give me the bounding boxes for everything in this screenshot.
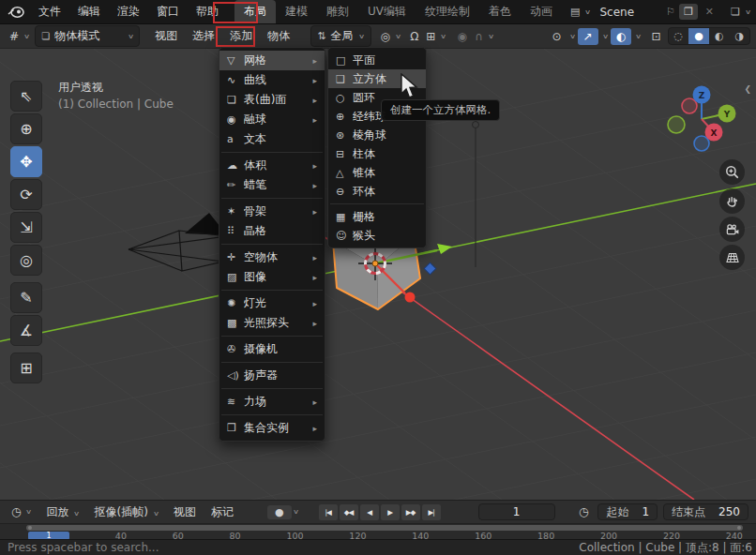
workspace-tab[interactable]: 布局 <box>234 0 276 23</box>
viewport-menu-item[interactable]: 选择 <box>185 25 222 47</box>
shading-mode-icon[interactable]: ◑ <box>729 28 749 44</box>
unlink-scene-icon[interactable]: ✕ <box>702 6 718 18</box>
pin-icon[interactable]: ⚐ <box>666 6 675 18</box>
falloff-curve-icon[interactable]: ∩ <box>471 28 487 45</box>
pan-view-button[interactable] <box>719 188 745 214</box>
add-menu-item[interactable] <box>219 195 325 202</box>
timeline-ruler[interactable]: 20406080100120140160180200220240 1 <box>0 523 756 539</box>
timeline-view-menu[interactable]: 视图 <box>166 502 204 523</box>
add-menu-item[interactable]: ✇ 摄像机 <box>219 339 325 359</box>
topbar-menu-item[interactable]: 帮助 <box>188 1 227 22</box>
add-menu-item[interactable] <box>219 385 325 392</box>
scene-icon[interactable]: ▤ <box>570 6 580 18</box>
workspace-tab[interactable]: UV编辑 <box>358 0 416 23</box>
mesh-menu-item[interactable]: ▦ 栅格 <box>328 207 426 226</box>
add-menu-item[interactable]: ▨ 图像 ▸ <box>219 267 325 287</box>
record-caret-icon[interactable]: ∨ <box>292 508 298 516</box>
snap-magnet-icon[interactable]: Ω <box>406 28 422 45</box>
pivot-caret-icon[interactable]: ∨ <box>395 33 401 40</box>
add-menu-item[interactable] <box>219 287 325 293</box>
viewport-menu-item[interactable]: 添加 <box>222 25 260 47</box>
add-menu-item[interactable]: ✛ 空物体 ▸ <box>219 248 325 267</box>
blender-logo-icon[interactable] <box>6 4 26 21</box>
transport-button[interactable]: ▶ <box>381 504 400 520</box>
snap-with-icon[interactable]: ⊞ <box>422 28 439 45</box>
keying-menu[interactable]: 抠像(插帧) ∨ <box>87 502 166 523</box>
mesh-menu-item[interactable]: ⊖ 环体 <box>328 182 426 201</box>
transport-button[interactable]: ▶| <box>422 504 441 520</box>
xray-toggle-icon[interactable]: ⊡ <box>648 28 665 45</box>
editor-type-icon[interactable]: # <box>6 28 23 45</box>
add-menu-item[interactable]: ⠿ 晶格 <box>219 221 325 241</box>
tool-button[interactable]: ⇲ <box>10 212 42 243</box>
tool-button[interactable]: ◎ <box>10 245 42 276</box>
add-menu-item[interactable]: ☁ 体积 ▸ <box>219 156 325 175</box>
navigation-gizmo[interactable]: Z Y X <box>668 86 736 152</box>
topbar-menu-item[interactable]: 窗口 <box>148 1 188 22</box>
sidebar-collapse-icon[interactable]: ❮ <box>744 84 751 94</box>
proportional-editing-icon[interactable]: ◉ <box>454 28 471 45</box>
workspace-tab[interactable]: 雕刻 <box>317 0 358 23</box>
mesh-menu-item[interactable]: △ 锥体 <box>328 163 426 182</box>
show-gizmo-visibility-icon[interactable]: ⊙ <box>549 28 566 45</box>
light-object[interactable] <box>473 122 479 268</box>
add-menu-item[interactable] <box>219 149 325 156</box>
transport-button[interactable]: ◆◀ <box>340 504 358 520</box>
add-menu-item[interactable]: a 文本 <box>219 129 325 149</box>
tool-button[interactable]: ⟳ <box>10 179 42 210</box>
shading-mode-icon[interactable]: ◐ <box>709 28 730 44</box>
auto-keying-record-button[interactable]: ● <box>267 505 292 519</box>
zoom-view-button[interactable] <box>719 159 745 185</box>
add-menu-item[interactable]: ✶ 骨架 ▸ <box>219 202 325 221</box>
add-menu-item[interactable]: ∿ 曲线 ▸ <box>219 70 325 90</box>
scene-name[interactable]: Scene <box>594 6 662 19</box>
mesh-menu-item[interactable]: ☺ 猴头 <box>328 226 426 245</box>
workspace-tab[interactable]: 着色 <box>479 0 521 23</box>
tool-button[interactable]: ⊞ <box>10 352 42 383</box>
playback-menu[interactable]: 回放 ∨ <box>39 502 87 523</box>
orientation-dropdown[interactable]: ⇅ 全局 ∨ <box>310 25 370 47</box>
mesh-menu-item[interactable]: □ 平面 <box>328 51 426 69</box>
workspace-tab[interactable]: 纹理绘制 <box>416 0 479 23</box>
add-menu-item[interactable]: ✺ 灯光 ▸ <box>219 293 325 313</box>
overlays-caret-icon[interactable]: ∨ <box>635 33 642 40</box>
workspace-tab[interactable]: 建模 <box>276 0 317 23</box>
mesh-menu-item[interactable]: ⊛ 棱角球 <box>328 126 426 144</box>
tool-button[interactable]: ⊕ <box>10 113 42 144</box>
add-menu-item[interactable]: ❏ 表(曲)面 ▸ <box>219 90 325 110</box>
camera-view-button[interactable] <box>719 217 745 242</box>
workspace-tab[interactable]: 动画 <box>521 0 562 23</box>
shading-mode-icon[interactable]: ● <box>688 28 709 44</box>
add-menu-item[interactable] <box>219 333 325 339</box>
add-menu-item[interactable] <box>219 359 325 366</box>
add-menu-item[interactable]: ▽ 网格 ▸ <box>219 51 325 70</box>
viewport-menu-item[interactable]: 视图 <box>147 25 185 47</box>
scene-dropdown-caret-icon[interactable]: ∨ <box>584 8 591 16</box>
marker-menu[interactable]: 标记 <box>204 502 241 523</box>
mesh-menu-item[interactable]: ⊟ 柱体 <box>328 144 426 163</box>
transport-button[interactable]: |◀ <box>319 504 338 520</box>
editor-type-caret-icon[interactable]: ∨ <box>23 33 30 40</box>
viewport-menu-item[interactable]: 物体 <box>260 25 297 47</box>
transport-button[interactable]: ◀ <box>360 504 379 520</box>
mode-dropdown[interactable]: ❏ 物体模式 ∨ <box>35 25 140 47</box>
view-layer-icon[interactable]: ❏ <box>731 6 740 18</box>
falloff-caret-icon[interactable]: ∨ <box>488 33 494 40</box>
view-layer-caret-icon[interactable]: ∨ <box>745 8 751 16</box>
tool-button[interactable]: ∡ <box>10 315 42 346</box>
mesh-menu-item[interactable] <box>328 201 426 207</box>
toggle-orthographic-button[interactable] <box>719 245 745 270</box>
transport-button[interactable]: ▶◆ <box>401 504 420 520</box>
add-menu-item[interactable]: ◉ 融球 ▸ <box>219 110 325 129</box>
add-menu-item[interactable] <box>219 412 325 418</box>
add-menu-item[interactable]: ▩ 光照探头 ▸ <box>219 313 325 333</box>
gizmos-caret-icon[interactable]: ∨ <box>602 33 609 40</box>
tool-button[interactable]: ✎ <box>10 282 42 313</box>
visibility-caret-icon[interactable]: ∨ <box>569 33 576 40</box>
tool-button[interactable]: ✥ <box>10 146 42 177</box>
snap-caret-icon[interactable]: ∨ <box>440 33 446 40</box>
add-menu-item[interactable]: ❒ 集合实例 ▸ <box>219 418 325 438</box>
add-menu-item[interactable]: ◁) 扬声器 <box>219 366 325 385</box>
topbar-menu-item[interactable]: 渲染 <box>109 1 148 22</box>
current-frame-field[interactable]: 1 <box>478 503 555 520</box>
